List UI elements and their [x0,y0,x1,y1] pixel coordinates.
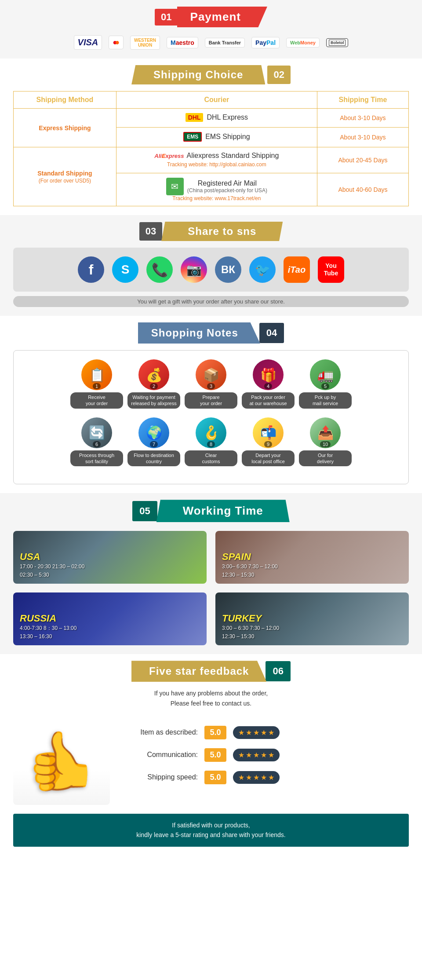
usa-times: 17:00 - 20:30 21:30 – 02:0002:30 – 5:30 [20,563,200,579]
step7-num: 7 [150,441,158,447]
step8-label: Clearcustoms [185,450,237,467]
share-section: 03 Share to sns f S 📞 📷 ВК 🐦 iTao YouTub… [0,215,422,316]
step1-icon: 📋 1 [81,359,112,390]
turkey-times: 3:00 – 6:30 7:30 – 12:0012:30 – 15:30 [222,624,402,641]
vk-icon[interactable]: ВК [215,256,241,283]
share-note: You will get a gift with your order afte… [13,296,409,307]
step4-num: 4 [264,383,272,389]
note-step-7: 🌍 7 Flow to destinationcountry [127,417,180,467]
notes-row-2: 🔄 6 Process throughsort facility 🌍 7 Flo… [18,417,404,467]
note-step-3: 📦 3 Prepareyour order [185,359,237,409]
rating-score-1: 5.0 [204,726,226,739]
step10-icon: 📤 10 [310,417,341,448]
bank-transfer-logo: Bank Transfer [205,38,245,48]
feedback-content: 👍 Item as described: 5.0 ★ ★ ★ ★ ★ Commu… [13,717,409,805]
airmail-courier: ✉ Registered Air Mail (China post/epacke… [116,173,317,206]
instagram-icon[interactable]: 📷 [181,256,207,283]
feedback-footer: If satisfied with our products, kindly l… [13,814,409,847]
notes-row-1: 📋 1 Receiveyour order 💰 2 Waiting for pa… [18,359,404,409]
usa-name: USA [20,551,200,563]
share-header: 03 Share to sns [13,222,409,241]
rating-row-1: Item as described: 5.0 ★ ★ ★ ★ ★ [119,726,409,739]
thumbs-up-image: 👍 [13,717,110,805]
feedback-section-num: 06 [266,661,290,681]
shipping-method-header: Shipping Method [14,91,116,109]
airmail-tracking: Tracking website: www.17track.net/en [172,195,261,201]
table-row: Express Shipping DHL DHL Express About 3… [14,109,409,128]
step8-num: 8 [207,441,215,447]
working-section-num: 05 [132,501,157,521]
note-step-6: 🔄 6 Process throughsort facility [70,417,123,467]
step5-label: Pck up bymail service [299,392,352,409]
aliexpress-logo: AliExpress [154,153,184,159]
airmail-note: (China post/epacket-only for USA) [187,187,267,194]
feedback-footer-line1: If satisfied with our products, [172,822,250,829]
rating-label-3: Shipping speed: [119,773,198,781]
star-icon: ★ [238,773,244,782]
step9-label: Depart yourlocal post office [242,450,295,467]
spain-info: SPAIN 3:00– 6:30 7:30 – 12:0012:30 – 15:… [215,547,409,584]
step1-label: Receiveyour order [70,392,123,409]
payment-section-num: 01 [155,9,178,26]
step8-icon: 🪝 8 [196,417,226,448]
courier-header: Courier [116,91,317,109]
share-title: Share to sns [161,222,283,241]
note-step-8: 🪝 8 Clearcustoms [185,417,237,467]
webmoney-logo: WebMoney [286,38,320,48]
russia-name: RUSSIA [20,613,200,624]
shipping-time-header: Shipping Time [317,91,408,109]
rating-label-2: Communication: [119,751,198,759]
ali-time: About 20-45 Days [317,147,408,173]
visa-logo: VISA [74,35,102,50]
star-icon: ★ [268,773,274,782]
step3-icon: 📦 3 [196,359,226,390]
feedback-footer-line2: kindly leave a 5-star rating and share w… [136,831,285,838]
dhl-time: About 3-10 Days [317,109,408,128]
ems-time: About 3-10 Days [317,128,408,147]
step7-icon: 🌍 7 [138,417,169,448]
paypal-logo: PayPal [251,37,280,48]
step6-label: Process throughsort facility [70,450,123,467]
express-method: Express Shipping [14,109,116,147]
step4-label: Pack your orderat our warehouse [242,392,295,409]
airmail-time: About 40-60 Days [317,173,408,206]
step3-num: 3 [207,383,215,389]
itao-icon[interactable]: iTao [284,256,310,283]
star-icon: ★ [238,751,244,759]
turkey-card: TURKEY 3:00 – 6:30 7:30 – 12:0012:30 – 1… [215,592,409,645]
social-icons-row: f S 📞 📷 ВК 🐦 iTao YouTube [13,248,409,292]
spain-times: 3:00– 6:30 7:30 – 12:0012:30 – 15:30 [222,563,402,579]
youtube-icon[interactable]: YouTube [318,256,344,283]
rating-label-1: Item as described: [119,728,198,736]
twitter-icon[interactable]: 🐦 [249,256,276,283]
whatsapp-icon[interactable]: 📞 [146,256,173,283]
standard-method: Standard Shipping(For order over USD5) [14,147,116,206]
step6-icon: 🔄 6 [81,417,112,448]
shipping-header: Shipping Choice 02 [13,65,409,84]
ems-name: EMS Shipping [205,133,250,141]
step1-num: 1 [93,383,101,389]
step7-label: Flow to destinationcountry [127,450,180,467]
usa-card: USA 17:00 - 20:30 21:30 – 02:0002:30 – 5… [13,531,207,584]
shipping-title: Shipping Choice [131,65,265,84]
feedback-intro-line1: If you have any problems about the order… [154,690,268,697]
payment-header: 01 Payment [0,7,422,27]
facebook-icon[interactable]: f [78,256,104,283]
working-title: Working Time [156,500,290,522]
rating-score-3: 5.0 [204,771,226,784]
star-icon: ★ [268,751,274,759]
step10-label: Our fordelivery [299,450,352,467]
table-row: Standard Shipping(For order over USD5) A… [14,147,409,173]
star-icon: ★ [261,773,267,782]
dhl-logo: DHL [186,113,204,122]
feedback-section: Five star feedback 06 If you have any pr… [0,654,422,856]
notes-title: Shopping Notes [138,322,260,344]
ali-courier: AliExpress Aliexpress Standard Shipping … [116,147,317,173]
feedback-intro-line2: Please feel free to contact us. [171,700,251,707]
star-icon: ★ [246,773,252,782]
notes-section-num: 04 [259,323,284,343]
skype-icon[interactable]: S [112,256,138,283]
star-icon: ★ [253,773,259,782]
payment-logos: VISA ●● WESTERNUNION Maestro Bank Transf… [0,35,422,50]
notes-header: Shopping Notes 04 [13,322,409,344]
